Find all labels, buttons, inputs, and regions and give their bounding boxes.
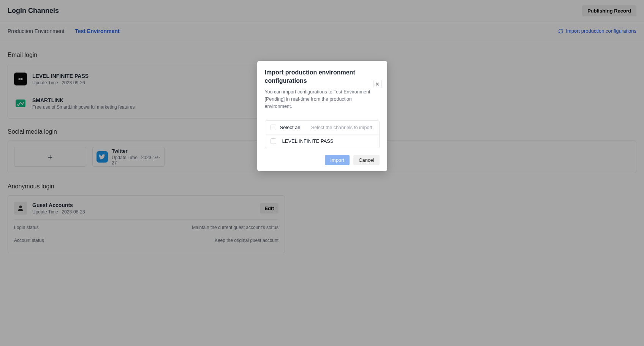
channel-checkbox[interactable] <box>271 138 276 144</box>
modal-title: Import production environment configurat… <box>265 68 364 85</box>
cancel-button[interactable]: Cancel <box>353 155 379 165</box>
modal-close-button[interactable]: ✕ <box>373 80 382 88</box>
modal-overlay: Import production environment configurat… <box>0 0 644 346</box>
modal-list-item[interactable]: LEVEL INFINITE PASS <box>265 134 379 148</box>
select-all-label: Select all <box>280 125 300 130</box>
import-modal: Import production environment configurat… <box>257 61 387 171</box>
close-icon: ✕ <box>375 81 380 87</box>
import-button[interactable]: Import <box>325 155 350 165</box>
modal-channel-list: Select all Select the channels to import… <box>265 120 380 148</box>
select-all-checkbox[interactable] <box>271 125 276 130</box>
modal-hint: Select the channels to import. <box>311 125 374 130</box>
channel-name: LEVEL INFINITE PASS <box>282 138 334 144</box>
modal-desc: You can import configurations to Test En… <box>265 88 380 110</box>
